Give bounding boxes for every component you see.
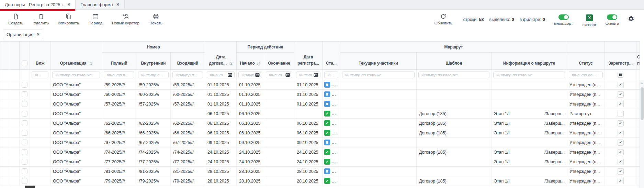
- filter-organization-input[interactable]: [55, 73, 98, 77]
- new-curator-button[interactable]: Новый куратор: [110, 13, 142, 25]
- filter-vlzh-input[interactable]: [34, 73, 46, 77]
- table-row[interactable]: ООО "Альфа" /81-2025/// /81-2025/// /81-…: [0, 167, 640, 176]
- more-icon[interactable]: ...: [332, 92, 336, 97]
- refresh-button[interactable]: Обновить: [432, 13, 454, 25]
- table-row[interactable]: ООО "Альфа" /79-2025/// /79-2025/// /79-…: [0, 176, 640, 186]
- state-icon[interactable]: [324, 91, 330, 97]
- export-button[interactable]: X экспорт: [583, 13, 597, 27]
- col-header-route-info[interactable]: Информация о маршруте: [492, 53, 567, 70]
- close-icon[interactable]: ✕: [116, 2, 120, 7]
- excel-icon[interactable]: X: [586, 14, 593, 21]
- col-header-internal-number[interactable]: Внутренний: [136, 53, 171, 70]
- filter-template-input[interactable]: [421, 73, 487, 77]
- toggle-on-icon[interactable]: [558, 14, 569, 20]
- row-checkbox[interactable]: [22, 149, 27, 155]
- filter-state-input[interactable]: [327, 73, 336, 77]
- group-chip-organization[interactable]: Организация ✕: [3, 30, 43, 39]
- row-checkbox[interactable]: [22, 82, 27, 88]
- state-icon[interactable]: ✓: [324, 178, 330, 184]
- table-row[interactable]: ООО "Альфа" /66-2025/// /66-2025/// /66-…: [0, 128, 640, 138]
- period-button[interactable]: Период: [84, 13, 106, 25]
- table-row[interactable]: ООО "Альфа" 06.10.2025 06.10.2025 ✓ ... …: [0, 109, 640, 119]
- registered-checkbox[interactable]: ✓: [618, 101, 624, 107]
- more-icon[interactable]: ...: [332, 83, 336, 87]
- tab-main-form[interactable]: Главная форма ✕: [75, 0, 125, 9]
- toggle-on-icon[interactable]: [607, 14, 617, 20]
- col-header-participants[interactable]: Текущие участники: [340, 53, 417, 70]
- registered-checkbox[interactable]: ✓: [618, 82, 624, 88]
- table-row[interactable]: ООО "Альфа" /59-2025/// /59-2025/// /59-…: [0, 80, 640, 90]
- col-header-state[interactable]: Ста...: [323, 42, 340, 70]
- registered-checkbox[interactable]: ✓: [618, 159, 624, 165]
- more-icon[interactable]: ...: [332, 160, 336, 164]
- vertical-scrollbar[interactable]: ▲: [640, 80, 644, 188]
- registered-checkbox[interactable]: ✓: [618, 149, 624, 155]
- row-checkbox[interactable]: [22, 140, 27, 145]
- row-checkbox[interactable]: [22, 91, 27, 97]
- state-icon[interactable]: ✓: [324, 159, 330, 165]
- close-icon[interactable]: ✕: [36, 32, 39, 36]
- settings-button[interactable]: [628, 13, 634, 23]
- row-checkbox[interactable]: [22, 159, 27, 165]
- registered-checkbox[interactable]: [618, 111, 624, 117]
- tab-contracts-registry[interactable]: Договоры - Реестр за 2025 г. ✕: [0, 0, 75, 9]
- row-checkbox[interactable]: [22, 130, 27, 136]
- filter-incoming-input[interactable]: [175, 73, 201, 77]
- scroll-up-icon[interactable]: ▲: [640, 80, 644, 86]
- row-checkbox[interactable]: [22, 168, 27, 174]
- col-header-organization[interactable]: Организация↑1: [50, 42, 102, 70]
- state-icon[interactable]: ✓: [324, 149, 330, 155]
- row-checkbox[interactable]: [22, 178, 27, 184]
- print-button[interactable]: Печать: [145, 13, 167, 25]
- filter-full-input[interactable]: [106, 73, 132, 77]
- more-icon[interactable]: ...: [332, 179, 336, 183]
- more-icon[interactable]: ...: [332, 102, 336, 106]
- table-row[interactable]: ООО "Альфа" /77-2025/// /77-2025/// /77-…: [0, 157, 640, 167]
- table-row[interactable]: ООО "Альфа" /60-2025/// /60-2025/// /60-…: [0, 90, 640, 99]
- col-header-end-date[interactable]: Окончание: [264, 53, 294, 70]
- scroll-thumb[interactable]: [641, 87, 644, 120]
- table-row[interactable]: ООО "Альфа" /74-2025/// /74-2025/// /74-…: [0, 147, 640, 157]
- state-icon[interactable]: [324, 168, 330, 174]
- filter-contract-date-input[interactable]: [209, 73, 227, 77]
- filter-route-info-input[interactable]: [496, 73, 563, 77]
- row-checkbox[interactable]: [22, 111, 27, 117]
- col-header-contract-date[interactable]: Дата догово...↑2: [205, 42, 237, 70]
- state-icon[interactable]: ✓: [324, 120, 330, 126]
- more-icon[interactable]: ...: [332, 150, 336, 154]
- filter-start-date-input[interactable]: [241, 73, 255, 77]
- col-header-incoming-number[interactable]: Входящий: [171, 53, 205, 70]
- filter-reg-date-input[interactable]: [298, 73, 313, 77]
- multisort-toggle[interactable]: множ.сорт.: [554, 13, 574, 25]
- filter-status-input[interactable]: [571, 73, 600, 77]
- select-all-checkbox[interactable]: [22, 60, 27, 66]
- more-icon[interactable]: ...: [332, 131, 336, 135]
- state-icon[interactable]: ✓: [324, 111, 330, 117]
- table-row[interactable]: ООО "Альфа" /57-2025/// /57-2025/// /57-…: [0, 99, 640, 109]
- registered-checkbox[interactable]: ✓: [618, 130, 624, 136]
- table-row[interactable]: ООО "Альфа" /67-2025/// /67-2025/// /67-…: [0, 138, 640, 147]
- row-checkbox[interactable]: [22, 120, 27, 126]
- registered-checkbox[interactable]: ✓: [618, 120, 624, 126]
- registered-checkbox[interactable]: ✓: [618, 178, 624, 184]
- table-row[interactable]: ООО "Альфа" /62-2025/// /62-2025/// /62-…: [0, 119, 640, 128]
- copy-button[interactable]: Копировать: [56, 13, 81, 25]
- close-icon[interactable]: ✕: [67, 2, 70, 7]
- more-icon[interactable]: ...: [332, 112, 336, 116]
- filter-participants-input[interactable]: [344, 73, 412, 77]
- registered-checkbox[interactable]: ✓: [618, 168, 624, 175]
- col-header-registered[interactable]: Зарегистр...: [605, 53, 636, 70]
- registered-filter-checkbox[interactable]: [618, 72, 623, 78]
- filter-internal-input[interactable]: [140, 73, 166, 77]
- more-icon[interactable]: ...: [332, 121, 336, 125]
- state-icon[interactable]: [324, 82, 330, 88]
- create-button[interactable]: Создать: [5, 13, 27, 25]
- col-header-full-number[interactable]: Полный: [102, 53, 136, 70]
- row-checkbox[interactable]: [22, 101, 27, 107]
- col-header-template[interactable]: Шаблон: [417, 53, 492, 70]
- col-header-reg-date[interactable]: Дата регистра...: [294, 42, 323, 70]
- state-icon[interactable]: [324, 140, 330, 145]
- filter-toggle[interactable]: фильтр: [606, 13, 619, 25]
- registered-checkbox[interactable]: ✓: [618, 140, 624, 146]
- state-icon[interactable]: [324, 101, 330, 107]
